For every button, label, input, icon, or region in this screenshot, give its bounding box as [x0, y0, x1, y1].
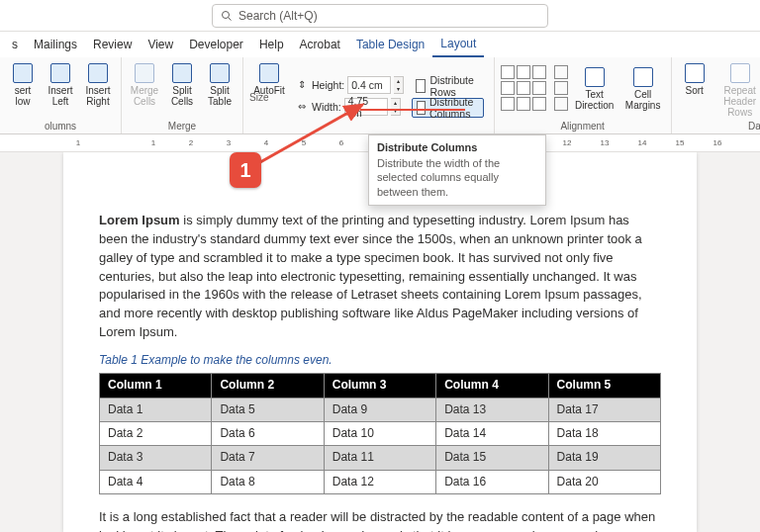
tab-view[interactable]: View: [140, 32, 181, 57]
tab-layout[interactable]: Layout: [432, 32, 484, 57]
insert-below-button[interactable]: sertlow: [6, 61, 40, 107]
doc-table[interactable]: Column 1Column 2Column 3Column 4Column 5…: [99, 373, 661, 494]
cell-margins-button[interactable]: CellMargins: [621, 65, 665, 111]
tab-acrobat[interactable]: Acrobat: [292, 32, 348, 57]
tab-mailings[interactable]: Mailings: [26, 32, 85, 57]
annotation-badge: 1: [230, 152, 261, 188]
height-label: Height:: [312, 79, 344, 91]
split-table-button[interactable]: SplitTable: [203, 61, 237, 107]
height-input[interactable]: 0.4 cm: [347, 76, 391, 94]
tooltip-body: Distribute the width of the selected col…: [377, 156, 537, 199]
search-placeholder: Search (Alt+Q): [238, 9, 318, 23]
text-direction-button[interactable]: TextDirection: [572, 65, 618, 111]
insert-right-button[interactable]: InsertRight: [81, 61, 115, 107]
document-area[interactable]: Lorem Ipsum is simply dummy text of the …: [0, 152, 760, 532]
tab-partial[interactable]: s: [4, 32, 26, 57]
group-alignment: TextDirection CellMargins Alignment: [495, 57, 672, 133]
table-row[interactable]: Data 2Data 6Data 10Data 14Data 18: [100, 422, 661, 446]
align-extra-3[interactable]: [554, 97, 568, 111]
group-label-merge: Merge: [168, 119, 196, 132]
height-icon: ⇕: [295, 78, 309, 92]
tooltip-title: Distribute Columns: [377, 141, 537, 153]
search-input[interactable]: Search (Alt+Q): [212, 4, 548, 28]
height-spinner[interactable]: ▴▾: [394, 76, 404, 94]
group-rows-columns: sertlow InsertLeft InsertRight olumns: [0, 57, 122, 133]
tab-review[interactable]: Review: [85, 32, 140, 57]
search-icon: [221, 10, 233, 22]
tab-table-design[interactable]: Table Design: [348, 32, 432, 57]
distribute-rows-button[interactable]: Distribute Rows: [412, 76, 483, 96]
width-spinner[interactable]: ▴▾: [391, 98, 401, 116]
table-row[interactable]: Data 4Data 8Data 12Data 16Data 20: [100, 470, 661, 493]
ribbon-tabs: s Mailings Review View Developer Help Ac…: [0, 32, 760, 57]
svg-line-1: [229, 17, 232, 20]
group-cell-size: AutoFit ⇕ Height: 0.4 cm ▴▾ ⇔ Width: 4.7…: [243, 57, 495, 133]
table-row[interactable]: Data 3Data 7Data 11Data 15Data 19: [100, 446, 661, 470]
insert-left-button[interactable]: InsertLeft: [44, 61, 77, 107]
svg-point-0: [223, 11, 230, 18]
group-merge: MergeCells SplitCells SplitTable Merge: [122, 57, 243, 133]
annotation-underline: [360, 109, 465, 111]
table-header-row[interactable]: Column 1Column 2Column 3Column 4Column 5: [100, 374, 661, 398]
tab-help[interactable]: Help: [251, 32, 292, 57]
group-label-size: Size: [249, 90, 268, 103]
distribute-columns-icon: [417, 101, 426, 115]
paragraph-2[interactable]: It is a long established fact that a rea…: [99, 508, 661, 532]
distribute-columns-button[interactable]: Distribute Columns: [412, 98, 483, 118]
table-caption[interactable]: Table 1 Example to make the columns even…: [99, 352, 661, 369]
width-input[interactable]: 4.75 cm: [344, 98, 388, 116]
tooltip-distribute-columns: Distribute Columns Distribute the width …: [368, 134, 546, 206]
distribute-rows-icon: [416, 79, 426, 93]
alignment-grid[interactable]: [501, 65, 546, 111]
sort-button[interactable]: Sort: [678, 61, 712, 96]
paragraph-1[interactable]: Lorem Ipsum is simply dummy text of the …: [99, 212, 661, 342]
align-extra-2[interactable]: [554, 81, 568, 95]
table-row[interactable]: Data 1Data 5Data 9Data 13Data 17: [100, 398, 661, 421]
merge-cells-button[interactable]: MergeCells: [128, 61, 161, 107]
ribbon: sertlow InsertLeft InsertRight olumns Me…: [0, 57, 760, 134]
group-label-columns: olumns: [45, 119, 76, 132]
group-data: Sort RepeatHeader Rows Convertto Text Fo…: [672, 57, 760, 133]
repeat-header-rows-button[interactable]: RepeatHeader Rows: [715, 61, 760, 118]
align-extra-1[interactable]: [554, 65, 568, 79]
width-icon: ⇔: [295, 100, 309, 114]
split-cells-button[interactable]: SplitCells: [165, 61, 199, 107]
document-page[interactable]: Lorem Ipsum is simply dummy text of the …: [63, 152, 697, 532]
group-label-alignment: Alignment: [560, 119, 604, 132]
titlebar: Search (Alt+Q): [0, 0, 760, 32]
width-label: Width:: [312, 101, 341, 113]
tab-developer[interactable]: Developer: [181, 32, 251, 57]
group-label-data: Data: [748, 119, 760, 132]
